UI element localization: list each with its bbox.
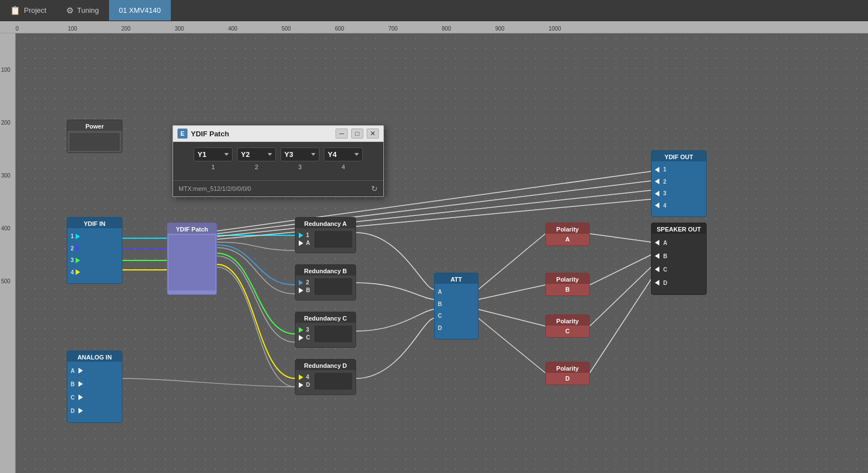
- port-arrow-3: [76, 258, 80, 263]
- polarity-a-port: A: [565, 236, 570, 243]
- polarity-d-port: D: [565, 375, 570, 382]
- ydif-num-3: 3: [298, 164, 302, 170]
- block-ydif-patch-canvas[interactable]: YDIF Patch: [167, 223, 217, 295]
- ydif-out-title: YDIF OUT: [652, 151, 706, 161]
- block-redundancy-a[interactable]: Redundancy A 1 A: [295, 217, 356, 253]
- ydif-y1-label: Y1: [198, 150, 206, 159]
- block-analog-in[interactable]: ANALOG IN A B C D: [67, 351, 122, 423]
- block-polarity-c[interactable]: Polarity C: [545, 314, 590, 338]
- ydif-num-2: 2: [255, 164, 258, 170]
- polarity-b-port: B: [565, 286, 570, 293]
- ruler-400: 400: [228, 26, 238, 32]
- speaker-out-title: SPEAKER OUT: [652, 223, 706, 234]
- redundancy-c-title: Redundancy C: [295, 312, 356, 323]
- tab-tuning-label: Tuning: [77, 6, 98, 14]
- polarity-d-title: Polarity: [546, 362, 589, 373]
- block-polarity-b[interactable]: Polarity B: [545, 273, 590, 296]
- dialog-controls: ─ □ ✕: [336, 129, 379, 139]
- ruler-1000: 1000: [549, 26, 561, 32]
- ydif-patch-dialog: E YDIF Patch ─ □ ✕ Y1: [172, 125, 384, 197]
- ydif-patch-canvas-title: YDIF Patch: [167, 223, 216, 234]
- ydif-in-port-1: 1: [71, 233, 119, 239]
- ruler-600: 600: [335, 26, 344, 32]
- v-ruler-100: 100: [1, 67, 11, 73]
- block-ydif-in[interactable]: YDIF IN 1 2 3 4: [67, 217, 122, 284]
- ydif-y3-label: Y3: [284, 150, 293, 159]
- redundancy-a-title: Redundancy A: [295, 218, 356, 228]
- polarity-c-title: Polarity: [546, 315, 589, 326]
- redundancy-b-title: Redundancy B: [295, 265, 356, 275]
- block-power[interactable]: Power: [67, 120, 122, 153]
- ruler-700: 700: [388, 26, 398, 32]
- port-arrow-1: [76, 234, 80, 239]
- v-ruler-400: 400: [1, 225, 11, 231]
- ydif-channel-2: Y2 2: [237, 147, 276, 170]
- dialog-titlebar: E YDIF Patch ─ □ ✕: [173, 126, 383, 142]
- v-ruler-300: 300: [1, 173, 11, 179]
- ydif-in-port-2: 2: [71, 245, 119, 252]
- ruler-800: 800: [442, 26, 451, 32]
- svg-line-7: [479, 309, 545, 326]
- main-canvas: 100 200 300 400 500: [0, 33, 868, 473]
- ruler-500: 500: [282, 26, 291, 32]
- ydif-select-2[interactable]: Y2: [237, 147, 276, 161]
- svg-line-8: [479, 318, 545, 373]
- project-icon: 📋: [10, 6, 21, 16]
- dialog-restore-btn[interactable]: □: [351, 129, 363, 139]
- block-polarity-a[interactable]: Polarity A: [545, 223, 590, 246]
- ydif-channels-row: Y1 1 Y2 2 Y3 3: [179, 147, 378, 170]
- tab-project[interactable]: 📋 Project: [0, 0, 56, 21]
- port-arrow-2: [76, 245, 80, 251]
- port-arrow-4: [76, 269, 80, 275]
- dialog-minimize-btn[interactable]: ─: [336, 129, 348, 139]
- ruler-900: 900: [495, 26, 505, 32]
- dialog-icon: E: [177, 129, 188, 139]
- svg-line-11: [590, 267, 651, 326]
- svg-line-6: [479, 285, 545, 299]
- refresh-icon[interactable]: ↻: [371, 184, 378, 193]
- block-polarity-d[interactable]: Polarity D: [545, 362, 590, 385]
- y2-dropdown-arrow: [268, 153, 272, 156]
- ruler-300: 300: [175, 26, 184, 32]
- v-ruler-500: 500: [1, 278, 11, 284]
- ydif-select-3[interactable]: Y3: [280, 147, 319, 161]
- ydif-in-port-4: 4: [71, 269, 119, 275]
- block-ydif-out[interactable]: YDIF OUT 1 2 3 4: [651, 150, 707, 217]
- ydif-select-4[interactable]: Y4: [324, 147, 363, 161]
- ruler-100: 100: [68, 26, 77, 32]
- v-ruler-200: 200: [1, 120, 11, 126]
- polarity-a-title: Polarity: [546, 223, 589, 234]
- v-ruler: 100 200 300 400 500: [0, 33, 16, 473]
- tab-device[interactable]: 01 XMV4140: [109, 0, 171, 21]
- ydif-select-1[interactable]: Y1: [194, 147, 233, 161]
- svg-line-10: [590, 255, 651, 285]
- dialog-content: Y1 1 Y2 2 Y3 3: [173, 142, 383, 180]
- tuning-icon: ⚙: [66, 6, 73, 16]
- h-ruler: 0 100 200 300 400 500 600 700 800 900 10…: [0, 21, 868, 33]
- block-redundancy-c[interactable]: Redundancy C 3 C: [295, 312, 356, 348]
- dialog-title-area: E YDIF Patch: [177, 129, 229, 139]
- redundancy-d-title: Redundancy D: [295, 359, 356, 370]
- ydif-in-port-3: 3: [71, 257, 119, 263]
- analog-in-title: ANALOG IN: [67, 351, 122, 362]
- ydif-in-title: YDIF IN: [67, 218, 122, 228]
- y1-dropdown-arrow: [224, 153, 229, 156]
- y3-dropdown-arrow: [311, 153, 315, 156]
- ydif-y2-label: Y2: [241, 150, 250, 159]
- ydif-num-4: 4: [342, 164, 345, 170]
- ruler-0: 0: [16, 26, 19, 32]
- dialog-footer: MTX:mem_512/1/2/0/0/0/0 ↻: [173, 180, 383, 196]
- dialog-title-text: YDIF Patch: [191, 130, 229, 138]
- tab-tuning[interactable]: ⚙ Tuning: [56, 0, 108, 21]
- svg-line-12: [590, 279, 651, 373]
- block-redundancy-b[interactable]: Redundancy B 2 B: [295, 264, 356, 300]
- dialog-close-btn[interactable]: ✕: [367, 129, 379, 139]
- ydif-channel-1: Y1 1: [194, 147, 233, 170]
- ydif-channel-3: Y3 3: [280, 147, 319, 170]
- dialog-footer-text: MTX:mem_512/1/2/0/0/0/0: [179, 185, 251, 192]
- svg-line-5: [479, 234, 545, 289]
- block-redundancy-d[interactable]: Redundancy D 4 D: [295, 359, 356, 395]
- block-att[interactable]: ATT A B C D: [434, 273, 479, 339]
- power-title: Power: [67, 120, 122, 131]
- block-speaker-out[interactable]: SPEAKER OUT A B C D: [651, 223, 707, 295]
